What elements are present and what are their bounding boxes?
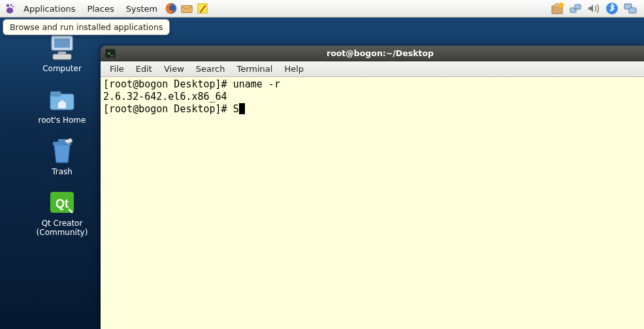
desktop-icons: Computer root's Home Trash Qt Qt Creator…	[33, 33, 91, 237]
terminal-command: uname -r	[233, 78, 280, 90]
menubar-search[interactable]: Search	[191, 62, 231, 76]
svg-point-9	[558, 3, 564, 8]
svg-rect-18	[53, 54, 71, 59]
bluetooth-icon[interactable]	[605, 1, 619, 16]
desktop-icon-label: Qt Creator (Community)	[33, 219, 91, 237]
terminal-line: [root@bogon Desktop]# S	[103, 103, 641, 116]
svg-rect-16	[54, 39, 70, 48]
firefox-launcher-icon[interactable]	[164, 1, 178, 16]
terminal-prompt: [root@bogon Desktop]#	[103, 78, 233, 90]
svg-rect-20	[50, 91, 61, 97]
panel-left: Applications Places System	[3, 1, 210, 16]
terminal-title: root@bogon:~/Desktop	[116, 48, 644, 58]
menubar-terminal[interactable]: Terminal	[231, 62, 278, 76]
panel-right	[550, 1, 641, 16]
network-icon[interactable]	[568, 1, 583, 16]
svg-point-2	[12, 6, 14, 7]
terminal-body[interactable]: [root@bogon Desktop]# uname -r2.6.32-642…	[101, 77, 644, 329]
svg-text:>_: >_	[108, 51, 114, 56]
evolution-launcher-icon[interactable]	[180, 1, 194, 16]
svg-rect-6	[182, 5, 193, 12]
menubar-help[interactable]: Help	[279, 62, 309, 76]
trash-icon	[46, 136, 78, 165]
menubar-view[interactable]: View	[159, 62, 189, 76]
applications-tooltip: Browse and run installed applications	[3, 19, 170, 35]
top-panel: Applications Places System	[0, 0, 644, 18]
svg-rect-17	[58, 52, 66, 54]
menubar-file[interactable]: File	[105, 62, 129, 76]
terminal-cursor	[239, 103, 245, 114]
gnome-foot-icon	[3, 1, 17, 16]
terminal-prompt: [root@bogon Desktop]#	[103, 103, 233, 115]
terminal-window: >_ root@bogon:~/Desktop File Edit View S…	[101, 46, 644, 329]
terminal-input: S	[233, 103, 239, 115]
svg-point-1	[10, 4, 12, 6]
menubar-edit[interactable]: Edit	[131, 62, 157, 76]
terminal-line: [root@bogon Desktop]# uname -r	[103, 78, 641, 91]
volume-icon[interactable]	[587, 1, 601, 16]
desktop-icon-home[interactable]: root's Home	[33, 85, 91, 125]
menu-places[interactable]: Places	[82, 1, 119, 16]
terminal-icon: >_	[105, 48, 116, 59]
display-icon[interactable]	[623, 1, 637, 16]
svg-point-3	[7, 8, 14, 14]
home-folder-icon	[46, 85, 78, 114]
svg-point-5	[169, 5, 174, 10]
svg-text:Qt: Qt	[56, 197, 69, 210]
notes-launcher-icon[interactable]	[195, 1, 210, 16]
computer-icon	[46, 33, 78, 62]
menu-system[interactable]: System	[121, 1, 163, 16]
desktop-icon-computer[interactable]: Computer	[33, 33, 91, 73]
qt-creator-icon: Qt	[46, 188, 78, 217]
desktop-icon-label: Trash	[52, 167, 72, 176]
desktop-icon-label: Computer	[42, 64, 82, 73]
terminal-menubar: File Edit View Search Terminal Help	[101, 61, 644, 77]
svg-point-0	[7, 4, 10, 7]
svg-rect-14	[629, 8, 636, 13]
menu-applications[interactable]: Applications	[18, 1, 80, 16]
desktop-icon-label: root's Home	[39, 116, 86, 125]
terminal-titlebar[interactable]: >_ root@bogon:~/Desktop	[101, 46, 644, 61]
svg-rect-22	[58, 139, 66, 142]
package-update-icon[interactable]	[550, 1, 564, 16]
desktop-icon-trash[interactable]: Trash	[33, 136, 91, 176]
terminal-output: 2.6.32-642.el6.x86_64	[103, 91, 641, 103]
desktop-icon-qtcreator[interactable]: Qt Qt Creator (Community)	[33, 188, 91, 237]
desktop: Computer root's Home Trash Qt Qt Creator…	[0, 18, 644, 329]
